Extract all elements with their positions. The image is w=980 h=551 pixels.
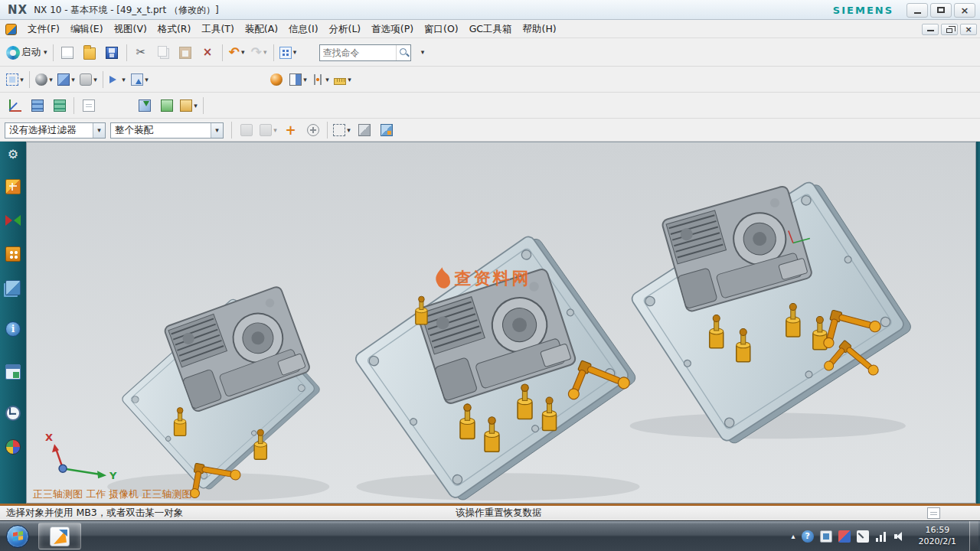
mdi-restore-button[interactable] xyxy=(941,24,958,35)
menu-format[interactable]: 格式(R) xyxy=(152,20,196,39)
cut-button[interactable]: ✂ xyxy=(131,42,152,63)
chevron-down-icon[interactable]: ▾ xyxy=(303,77,307,83)
menu-information[interactable]: 信息(I) xyxy=(283,20,323,39)
chevron-down-icon[interactable]: ▾ xyxy=(194,103,198,109)
show-hide-button[interactable]: ▾ xyxy=(107,70,128,90)
display-tray-icon[interactable] xyxy=(820,530,832,543)
marquee-select-button[interactable]: ▾ xyxy=(332,120,352,141)
chevron-down-icon[interactable]: ▾ xyxy=(145,77,149,83)
show-desktop-button[interactable] xyxy=(969,521,978,551)
selection-intent-button[interactable]: ▾ xyxy=(258,120,279,141)
help-tray-icon[interactable]: ? xyxy=(802,530,814,543)
menu-gc-toolbox[interactable]: GC工具箱 xyxy=(464,20,518,39)
mdi-minimize-button[interactable] xyxy=(922,24,939,35)
start-menu-button[interactable]: 启动 ▾ xyxy=(5,42,49,63)
undo-button[interactable]: ↶▾ xyxy=(227,42,247,63)
internet-explorer-icon[interactable]: i xyxy=(5,321,21,337)
graphics-window[interactable]: 查资料网 Y X 正三轴测图 工作 摄像机 正三轴测图 xyxy=(26,142,976,504)
minimize-button[interactable] xyxy=(906,3,928,18)
history-icon[interactable] xyxy=(5,406,21,421)
chevron-down-icon[interactable]: ▾ xyxy=(325,77,329,83)
tray-expand-icon[interactable]: ▴ xyxy=(792,533,795,540)
menu-view[interactable]: 视图(V) xyxy=(109,20,152,39)
immediate-hide-button[interactable]: ▾ xyxy=(129,70,150,90)
taskbar-clock[interactable]: 16:59 2020/2/1 xyxy=(912,525,963,547)
chevron-down-icon[interactable]: ▾ xyxy=(71,77,75,83)
find-options-dropdown[interactable]: ▾ xyxy=(412,42,433,63)
delete-button[interactable]: × xyxy=(198,42,218,63)
snap-circle-button[interactable] xyxy=(302,120,323,141)
mdi-close-button[interactable]: × xyxy=(960,24,977,35)
visualization-button[interactable]: ▾ xyxy=(288,70,309,90)
edit-object-display-button[interactable] xyxy=(266,70,286,90)
selection-filter-dropdown[interactable]: 没有选择过滤器 ▾ xyxy=(5,122,106,139)
view-in-layer-button[interactable] xyxy=(49,96,70,116)
save-button[interactable] xyxy=(102,42,122,63)
menu-assemblies[interactable]: 装配(A) xyxy=(240,20,283,39)
top-level-only-button[interactable] xyxy=(354,120,374,141)
layer-settings-button[interactable] xyxy=(27,96,47,116)
touch-mode-dropdown-icon[interactable]: ▾ xyxy=(293,49,297,56)
watermark-text: 查资料网 xyxy=(453,269,531,288)
chevron-down-icon[interactable]: ▾ xyxy=(273,127,277,134)
copy-button[interactable] xyxy=(153,42,174,63)
constraint-navigator-icon[interactable] xyxy=(5,213,21,228)
chevron-down-icon[interactable]: ▾ xyxy=(93,77,97,83)
chevron-down-icon[interactable]: ▾ xyxy=(347,127,351,134)
highlight-related-button[interactable] xyxy=(236,120,256,141)
action-center-icon[interactable] xyxy=(838,530,851,543)
menu-analysis[interactable]: 分析(L) xyxy=(324,20,367,39)
taskbar-nx-button[interactable] xyxy=(38,523,81,549)
roles-icon[interactable] xyxy=(5,439,21,455)
window-style-button[interactable]: ▾ xyxy=(78,70,99,90)
reuse-library-icon[interactable] xyxy=(5,280,21,295)
selection-scope-dropdown[interactable]: 整个装配 ▾ xyxy=(110,122,224,139)
menu-file[interactable]: 文件(F) xyxy=(22,20,65,39)
sheet-button[interactable] xyxy=(78,96,99,116)
gear-icon[interactable]: ⚙ xyxy=(8,148,18,161)
volume-icon[interactable] xyxy=(893,530,906,543)
viewport-canvas[interactable]: 查资料网 Y X 正三轴测图 工作 摄像机 正三轴测图 xyxy=(27,142,975,503)
chevron-down-icon[interactable]: ▾ xyxy=(348,77,351,83)
close-button[interactable]: × xyxy=(954,3,975,18)
edit-feature-button[interactable]: ▾ xyxy=(178,96,199,116)
network-icon[interactable] xyxy=(875,530,887,543)
system-menu-icon[interactable] xyxy=(5,24,17,35)
menu-edit[interactable]: 编辑(E) xyxy=(65,20,109,39)
find-command-input[interactable] xyxy=(320,47,396,58)
start-button[interactable] xyxy=(6,525,29,548)
undo-dropdown-icon[interactable]: ▾ xyxy=(241,49,245,56)
new-button[interactable] xyxy=(57,42,78,63)
chevron-down-icon[interactable]: ▾ xyxy=(122,77,126,83)
status-note-icon[interactable] xyxy=(927,507,940,519)
open-button[interactable] xyxy=(80,42,100,63)
orient-view-button[interactable]: ▾ xyxy=(56,70,77,90)
paste-button[interactable] xyxy=(175,42,196,63)
assembly-navigator-icon[interactable] xyxy=(5,179,21,194)
component-select-button[interactable] xyxy=(376,120,397,141)
redo-dropdown-icon[interactable]: ▾ xyxy=(263,49,267,56)
render-style-button[interactable]: ▾ xyxy=(34,70,54,90)
search-icon[interactable] xyxy=(396,45,410,60)
touch-mode-button[interactable]: ▾ xyxy=(278,42,299,63)
datum-csys-button[interactable] xyxy=(5,96,25,116)
chevron-down-icon[interactable]: ▾ xyxy=(49,77,53,83)
measure-button[interactable]: ▾ xyxy=(332,70,353,90)
marquee-icon xyxy=(333,124,345,136)
redo-button[interactable]: ↷▾ xyxy=(249,42,270,63)
menu-tools[interactable]: 工具(T) xyxy=(196,20,239,39)
chevron-down-icon[interactable]: ▾ xyxy=(20,77,24,83)
part-navigator-icon[interactable] xyxy=(5,246,21,262)
menu-window[interactable]: 窗口(O) xyxy=(419,20,464,39)
clock-time: 16:59 xyxy=(925,525,949,535)
snap-enable-button[interactable]: + xyxy=(280,120,301,141)
fit-window-button[interactable]: ▾ xyxy=(5,70,25,90)
menu-preferences[interactable]: 首选项(P) xyxy=(366,20,419,39)
maximize-button[interactable] xyxy=(930,3,952,18)
menu-help[interactable]: 帮助(H) xyxy=(518,20,562,39)
snap-point-button[interactable]: ▾ xyxy=(310,70,331,90)
extrude-button[interactable] xyxy=(156,96,177,116)
input-method-icon[interactable] xyxy=(857,530,869,543)
synchronous-modeling-button[interactable] xyxy=(134,96,155,116)
window-navigator-icon[interactable] xyxy=(5,364,21,380)
